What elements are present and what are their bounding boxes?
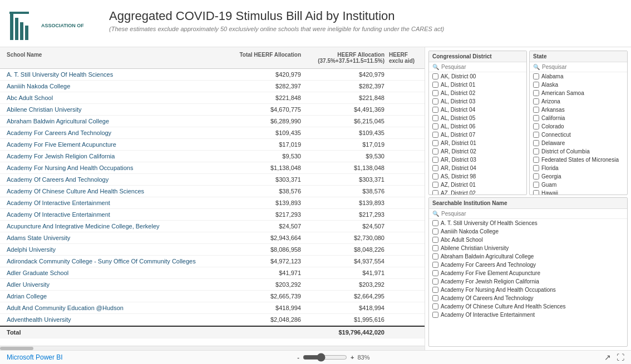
table-row[interactable]: Adirondack Community College - Suny Offi… xyxy=(0,256,425,267)
table-row[interactable]: Acupuncture And Integrative Medicine Col… xyxy=(0,221,425,232)
list-item[interactable]: AL, District 01 xyxy=(429,81,526,89)
list-item[interactable]: Hawaii xyxy=(530,189,627,195)
filter-checkbox[interactable] xyxy=(432,303,438,310)
list-item[interactable]: Academy For Jewish Religion California xyxy=(429,277,627,286)
table-row[interactable]: Aaniiih Nakoda College $282,397 $282,397 xyxy=(0,81,425,92)
filter-checkbox[interactable] xyxy=(432,90,438,96)
list-item[interactable]: AK, District 00 xyxy=(429,72,526,81)
list-item[interactable]: Alaska xyxy=(530,81,627,89)
filter-checkbox[interactable] xyxy=(432,73,438,79)
list-item[interactable]: AR, District 02 xyxy=(429,147,526,156)
list-item[interactable]: Academy Of Careers And Technology xyxy=(429,294,627,302)
filter-checkbox[interactable] xyxy=(533,132,539,138)
filter-checkbox[interactable] xyxy=(533,107,539,113)
table-row[interactable]: Academy For Careers And Technology $109,… xyxy=(0,127,425,139)
table-row[interactable]: Academy Of Interactive Entertainment $13… xyxy=(0,197,425,209)
list-item[interactable]: Arkansas xyxy=(530,106,627,114)
table-row[interactable]: Adler University $203,292 $203,292 xyxy=(0,279,425,291)
filter-checkbox[interactable] xyxy=(432,287,438,293)
filter-checkbox[interactable] xyxy=(432,262,438,268)
table-row[interactable]: Adelphi University $8,086,958 $8,048,226 xyxy=(0,244,425,256)
list-item[interactable]: Arizona xyxy=(530,97,627,106)
filter-checkbox[interactable] xyxy=(533,182,539,188)
list-item[interactable]: AL, District 06 xyxy=(429,122,526,131)
filter-checkbox[interactable] xyxy=(432,278,438,285)
list-item[interactable]: Abilene Christian University xyxy=(429,244,627,252)
list-item[interactable]: District of Columbia xyxy=(530,147,627,156)
filter-checkbox[interactable] xyxy=(533,173,539,179)
list-item[interactable]: Georgia xyxy=(530,172,627,181)
congressional-district-search-input[interactable] xyxy=(441,64,523,70)
filter-checkbox[interactable] xyxy=(432,228,438,235)
list-item[interactable]: AL, District 03 xyxy=(429,97,526,106)
filter-checkbox[interactable] xyxy=(432,165,438,171)
filter-checkbox[interactable] xyxy=(533,140,539,146)
filter-checkbox[interactable] xyxy=(533,98,539,104)
table-row[interactable]: Adult And Community Education @Hudson $4… xyxy=(0,302,425,314)
filter-checkbox[interactable] xyxy=(432,115,438,121)
list-item[interactable]: Alabama xyxy=(530,72,627,81)
table-row[interactable]: Abilene Christian University $4,670,775 … xyxy=(0,104,425,116)
filter-checkbox[interactable] xyxy=(432,107,438,113)
filter-checkbox[interactable] xyxy=(533,148,539,154)
institution-list[interactable]: A. T. Still University Of Health Science… xyxy=(429,219,627,346)
table-row[interactable]: Academy For Five Element Acupuncture $17… xyxy=(0,139,425,151)
table-row[interactable]: Academy Of Interactive Entertainment $21… xyxy=(0,209,425,221)
filter-checkbox[interactable] xyxy=(432,245,438,251)
list-item[interactable]: A. T. Still University Of Health Science… xyxy=(429,219,627,227)
list-item[interactable]: Academy For Five Element Acupuncture xyxy=(429,269,627,277)
list-item[interactable]: Academy For Nursing And Health Occupatio… xyxy=(429,286,627,294)
list-item[interactable]: AL, District 02 xyxy=(429,89,526,97)
table-row[interactable]: Academy For Nursing And Health Occupatio… xyxy=(0,162,425,174)
list-item[interactable]: Abraham Baldwin Agricultural College xyxy=(429,252,627,261)
list-item[interactable]: Florida xyxy=(530,164,627,172)
filter-checkbox[interactable] xyxy=(432,140,438,146)
filter-checkbox[interactable] xyxy=(432,237,438,243)
list-item[interactable]: AL, District 04 xyxy=(429,106,526,114)
table-row[interactable]: Academy For Jewish Religion California $… xyxy=(0,151,425,162)
filter-checkbox[interactable] xyxy=(432,253,438,260)
list-item[interactable]: Abc Adult School xyxy=(429,236,627,244)
list-item[interactable]: AS, District 98 xyxy=(429,172,526,181)
filter-checkbox[interactable] xyxy=(432,312,438,318)
table-row[interactable]: Academy Of Chinese Culture And Health Sc… xyxy=(0,186,425,197)
filter-checkbox[interactable] xyxy=(432,220,438,226)
zoom-plus-button[interactable]: + xyxy=(351,354,354,361)
filter-checkbox[interactable] xyxy=(432,148,438,154)
zoom-slider[interactable] xyxy=(303,353,347,362)
state-search[interactable]: 🔍 xyxy=(530,62,627,72)
table-row[interactable]: Abc Adult School $221,848 $221,848 xyxy=(0,92,425,104)
filter-checkbox[interactable] xyxy=(432,190,438,195)
filter-checkbox[interactable] xyxy=(533,82,539,88)
filter-checkbox[interactable] xyxy=(533,190,539,195)
table-row[interactable]: Adams State University $2,943,664 $2,730… xyxy=(0,232,425,244)
list-item[interactable]: Academy For Careers And Technology xyxy=(429,261,627,269)
list-item[interactable]: AR, District 01 xyxy=(429,139,526,147)
list-item[interactable]: AL, District 05 xyxy=(429,114,526,122)
list-item[interactable]: American Samoa xyxy=(530,89,627,97)
table-row[interactable]: Adler Graduate School $41,971 $41,971 xyxy=(0,267,425,279)
filter-checkbox[interactable] xyxy=(432,270,438,276)
list-item[interactable]: Federated States of Micronesia xyxy=(530,156,627,164)
table-row[interactable]: Adrian College $2,665,739 $2,664,295 xyxy=(0,291,425,302)
filter-checkbox[interactable] xyxy=(432,98,438,104)
filter-checkbox[interactable] xyxy=(432,132,438,138)
list-item[interactable]: Delaware xyxy=(530,139,627,147)
share-icon[interactable]: ↗︎ xyxy=(604,353,611,362)
list-item[interactable]: Colorado xyxy=(530,122,627,131)
table-row[interactable]: Academy Of Careers And Technology $303,3… xyxy=(0,174,425,186)
table-row[interactable]: Adventhealth University $2,048,286 $1,99… xyxy=(0,314,425,326)
list-item[interactable]: AZ, District 01 xyxy=(429,181,526,189)
list-item[interactable]: AZ, District 02 xyxy=(429,189,526,195)
state-search-input[interactable] xyxy=(542,64,624,70)
table-row[interactable]: Abraham Baldwin Agricultural College $6,… xyxy=(0,116,425,127)
filter-checkbox[interactable] xyxy=(432,182,438,188)
filter-checkbox[interactable] xyxy=(432,82,438,88)
powerbi-link[interactable]: Microsoft Power BI xyxy=(7,353,63,361)
congressional-district-list[interactable]: AK, District 00AL, District 01AL, Distri… xyxy=(429,72,526,195)
zoom-minus-button[interactable]: - xyxy=(297,354,299,361)
horizontal-scrollbar[interactable] xyxy=(0,346,425,350)
list-item[interactable]: California xyxy=(530,114,627,122)
filter-checkbox[interactable] xyxy=(432,123,438,129)
list-item[interactable]: Academy Of Interactive Entertainment xyxy=(429,311,627,319)
